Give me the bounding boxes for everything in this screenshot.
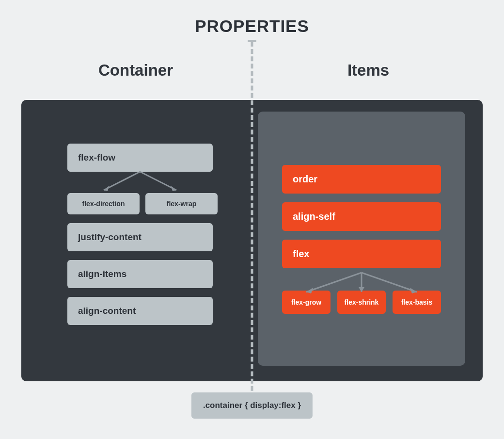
prop-order: order — [282, 165, 441, 194]
divider-line-icon — [251, 42, 253, 406]
prop-flex-wrap: flex-wrap — [145, 193, 218, 214]
svg-line-6 — [306, 273, 362, 292]
footer-code-snippet: .container { display:flex } — [191, 392, 313, 419]
items-card: order align-self flex flex-grow flex-shr… — [258, 112, 465, 366]
flex-flow-branch-arrows-icon — [67, 168, 213, 197]
prop-flex-flow: flex-flow — [67, 144, 213, 172]
svg-marker-1 — [104, 186, 109, 191]
prop-align-self: align-self — [282, 202, 441, 231]
prop-justify-content: justify-content — [67, 223, 213, 251]
divider-cap-icon — [248, 40, 256, 42]
svg-line-8 — [362, 273, 417, 292]
prop-flex-basis: flex-basis — [393, 291, 441, 314]
prop-align-content: align-content — [67, 297, 213, 325]
page-title: PROPERTIES — [0, 0, 504, 36]
prop-flex-direction: flex-direction — [67, 193, 140, 214]
container-properties-group: flex-flow flex-direction flex-wrap justi… — [67, 144, 218, 334]
prop-flex-shrink: flex-shrink — [337, 291, 386, 314]
svg-marker-3 — [171, 186, 176, 191]
items-column-title: Items — [252, 61, 485, 80]
prop-flex-grow: flex-grow — [282, 291, 331, 314]
svg-line-0 — [104, 172, 140, 190]
svg-line-2 — [140, 172, 176, 190]
prop-flex: flex — [282, 240, 441, 268]
container-column-title: Container — [19, 61, 252, 80]
prop-align-items: align-items — [67, 260, 213, 288]
